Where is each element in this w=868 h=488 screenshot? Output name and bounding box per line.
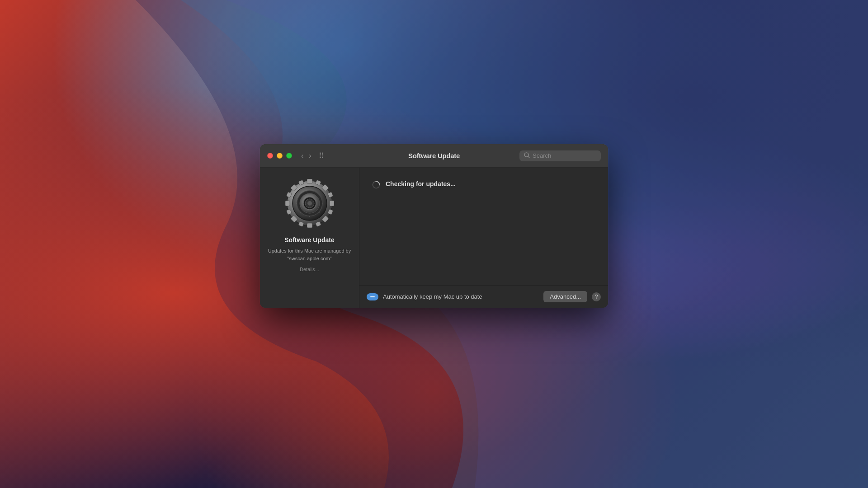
search-bar xyxy=(519,150,601,161)
svg-point-34 xyxy=(376,181,377,182)
svg-rect-6 xyxy=(330,201,334,206)
title-bar: ‹ › ⠿ Software Update xyxy=(260,144,608,168)
auto-update-label: Automatically keep my Mac up to date xyxy=(383,293,539,300)
svg-line-1 xyxy=(528,156,529,158)
advanced-button[interactable]: Advanced... xyxy=(543,291,587,302)
window-title: Software Update xyxy=(408,152,460,160)
forward-button[interactable]: › xyxy=(307,151,313,160)
svg-rect-3 xyxy=(307,179,312,183)
main-content: Checking for updates... Automatically ke… xyxy=(359,168,608,308)
software-update-window: ‹ › ⠿ Software Update xyxy=(260,144,608,308)
gear-icon xyxy=(285,178,335,228)
svg-point-32 xyxy=(307,201,312,206)
sidebar-description: Updates for this Mac are managed by "sws… xyxy=(267,247,352,262)
search-input[interactable] xyxy=(533,152,596,159)
zoom-button[interactable] xyxy=(286,153,292,159)
back-button[interactable]: ‹ xyxy=(299,151,305,160)
window-body: Software Update Updates for this Mac are… xyxy=(260,168,608,308)
sidebar-title: Software Update xyxy=(284,236,334,244)
checking-text: Checking for updates... xyxy=(386,180,456,188)
bottom-bar: Automatically keep my Mac up to date Adv… xyxy=(359,285,608,308)
help-button[interactable]: ? xyxy=(592,292,601,301)
sidebar: Software Update Updates for this Mac are… xyxy=(260,168,359,308)
search-icon xyxy=(524,152,530,160)
traffic-lights xyxy=(267,153,292,159)
svg-rect-5 xyxy=(285,201,290,206)
minimize-button[interactable] xyxy=(277,153,283,159)
grid-button[interactable]: ⠿ xyxy=(317,150,326,161)
nav-buttons: ‹ › xyxy=(299,151,313,160)
details-link[interactable]: Details... xyxy=(300,267,319,272)
auto-update-toggle[interactable] xyxy=(367,293,378,300)
gear-icon-container xyxy=(285,178,335,228)
close-button[interactable] xyxy=(267,153,273,159)
checking-area: Checking for updates... xyxy=(359,168,608,198)
spinner-icon xyxy=(372,181,380,189)
svg-rect-4 xyxy=(307,223,312,228)
